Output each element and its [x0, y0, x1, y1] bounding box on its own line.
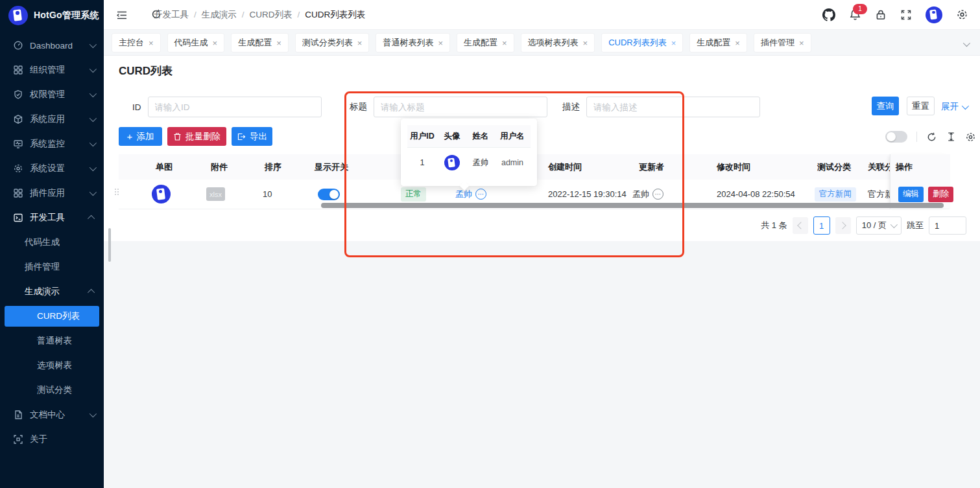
desc-input[interactable] [586, 97, 760, 117]
row-height-icon[interactable] [946, 132, 956, 142]
next-page-button[interactable] [835, 217, 851, 234]
reset-button[interactable]: 重置 [907, 97, 935, 115]
tab-cudr-list-active[interactable]: CUDR列表列表× [601, 33, 683, 52]
tab-gen-config-3[interactable]: 生成配置× [689, 33, 747, 52]
main-content: CURD列表 ID 标题 描述 查询 重置 展开 +添加 批量删除 导出 [104, 55, 980, 488]
edit-button[interactable]: 编辑 [898, 187, 924, 202]
tab-option-tree-list[interactable]: 选项树表列表× [521, 33, 595, 52]
tabs-dropdown-button[interactable] [963, 38, 968, 49]
popup-col-name: 姓名 [467, 131, 494, 142]
sidebar-item-system-app[interactable]: 系统应用 [0, 107, 104, 132]
close-icon[interactable]: × [357, 38, 363, 48]
sidebar-item-code-gen[interactable]: 代码生成 [0, 230, 104, 255]
display-switch[interactable] [318, 189, 340, 200]
breadcrumb-item[interactable]: 开发工具 [154, 9, 189, 21]
close-icon[interactable]: × [276, 38, 281, 48]
add-button[interactable]: +添加 [119, 127, 162, 146]
sidebar-item-normal-tree[interactable]: 普通树表 [0, 329, 104, 353]
content-background [104, 241, 980, 488]
sidebar-item-plugin-manage[interactable]: 插件管理 [0, 255, 104, 279]
gear-icon [956, 8, 968, 21]
sidebar-item-permission[interactable]: 权限管理 [0, 82, 104, 107]
striped-toggle[interactable] [885, 131, 907, 143]
sidebar-item-dev-tools[interactable]: 开发工具 [0, 205, 104, 230]
cell-sort: 10 [263, 180, 272, 209]
popup-user-id: 1 [407, 158, 437, 167]
tab-normal-tree-list[interactable]: 普通树表列表× [376, 33, 450, 52]
tab-gen-config-2[interactable]: 生成配置× [457, 33, 514, 52]
title-input[interactable] [374, 97, 547, 117]
chevron-down-icon [90, 164, 97, 171]
sidebar-item-monitor[interactable]: 系统监控 [0, 132, 104, 156]
close-icon[interactable]: × [438, 38, 443, 48]
sidebar-item-dashboard[interactable]: Dashboard [0, 33, 104, 58]
page-size-select[interactable]: 10 / 页 [856, 216, 902, 235]
github-button[interactable] [822, 8, 835, 21]
app-root: HotGo管理系统 Dashboard 组织管理 权限管理 系统应用 系统监控 [0, 0, 980, 488]
close-icon[interactable]: × [671, 38, 676, 48]
fullscreen-button[interactable] [900, 9, 912, 21]
query-button[interactable]: 查询 [872, 97, 899, 115]
layout-settings-button[interactable] [956, 8, 968, 21]
plus-icon: + [127, 131, 133, 142]
breadcrumb-item[interactable]: CURD列表 [250, 9, 293, 21]
batch-delete-button[interactable]: 批量删除 [167, 127, 226, 146]
sidebar-item-gen-demo[interactable]: 生成演示 [0, 279, 104, 304]
breadcrumb-item[interactable]: 生成演示 [202, 9, 237, 21]
frame-icon [13, 434, 23, 445]
table-refresh-icon[interactable] [926, 132, 937, 143]
id-input[interactable] [148, 97, 322, 117]
user-avatar[interactable] [926, 6, 942, 23]
close-icon[interactable]: × [213, 38, 218, 48]
close-icon[interactable]: × [735, 38, 740, 48]
close-icon[interactable]: × [502, 38, 507, 48]
sidebar-item-doc-center[interactable]: 文档中心 [0, 402, 104, 427]
breadcrumb: 开发工具 / 生成演示 / CURD列表 / CUDR列表列表 [154, 0, 365, 29]
sidebar-item-curd-list[interactable]: CURD列表 [5, 306, 99, 327]
sidebar-item-option-tree[interactable]: 选项树表 [0, 353, 104, 378]
tab-plugin-manage[interactable]: 插件管理× [754, 33, 811, 52]
cell-image[interactable] [152, 180, 171, 209]
tab-test-category-list[interactable]: 测试分类列表× [295, 33, 370, 52]
sidebar-item-test-category[interactable]: 测试分类 [0, 378, 104, 402]
chevron-down-icon [963, 40, 970, 47]
sidebar-item-org[interactable]: 组织管理 [0, 58, 104, 82]
more-icon[interactable]: ⋯ [652, 189, 663, 200]
chevron-down-icon [90, 410, 97, 417]
tab-console[interactable]: 主控台× [112, 33, 161, 52]
export-button[interactable]: 导出 [232, 127, 272, 146]
lock-screen-button[interactable] [875, 8, 887, 21]
sidebar-item-about[interactable]: 关于 [0, 427, 104, 452]
chevron-down-icon [90, 65, 97, 73]
desc-label: 描述 [562, 101, 580, 113]
cell-attachment[interactable]: xlsx [206, 180, 225, 209]
app-logo[interactable]: HotGo管理系统 [0, 0, 104, 31]
row-drag-handle[interactable] [115, 189, 119, 199]
col-header-actions: 操作 [896, 154, 913, 180]
sidebar-menu: Dashboard 组织管理 权限管理 系统应用 系统监控 系统设置 [0, 33, 104, 452]
tabs: 主控台× 代码生成× 生成配置× 测试分类列表× 普通树表列表× 生成配置× 选… [112, 33, 811, 52]
sidebar-collapse-button[interactable] [116, 10, 128, 21]
horizontal-scrollbar[interactable] [321, 203, 944, 208]
more-icon[interactable]: ⋯ [475, 189, 486, 200]
prev-page-button[interactable] [793, 217, 808, 234]
row-image-thumbnail [152, 185, 171, 203]
vertical-scrollbar[interactable] [108, 228, 111, 262]
sidebar-item-settings[interactable]: 系统设置 [0, 156, 104, 181]
expand-link[interactable]: 展开 [941, 101, 967, 113]
jump-page-input[interactable] [929, 216, 966, 235]
column-settings-icon[interactable] [965, 132, 976, 143]
chevron-down-icon [962, 102, 969, 110]
sidebar-item-plugin-app[interactable]: 插件应用 [0, 181, 104, 205]
divider [916, 132, 917, 142]
page-number-button[interactable]: 1 [813, 216, 830, 235]
notifications-button[interactable]: 1 [849, 8, 861, 21]
close-icon[interactable]: × [799, 38, 804, 48]
close-icon[interactable]: × [583, 38, 588, 48]
close-icon[interactable]: × [149, 38, 154, 48]
tab-gen-config-1[interactable]: 生成配置× [231, 33, 289, 52]
popup-username: admin [494, 158, 531, 167]
shield-icon [13, 89, 23, 100]
delete-button[interactable]: 删除 [928, 187, 953, 202]
tab-code-gen[interactable]: 代码生成× [167, 33, 225, 52]
